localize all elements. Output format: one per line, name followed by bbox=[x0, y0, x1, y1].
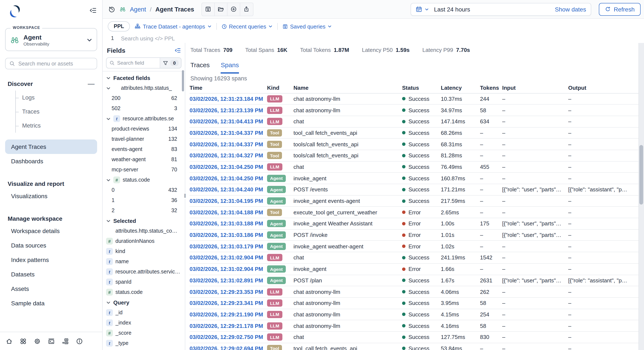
field-facet-value[interactable]: 5023 bbox=[106, 103, 182, 114]
field-filter-button[interactable]: 0 bbox=[160, 58, 181, 68]
span-time-link[interactable]: 03/02/2026, 12:29:21.190 PM bbox=[190, 311, 263, 318]
share-icon[interactable] bbox=[240, 3, 253, 15]
sidebar-item-dashboards[interactable]: Dashboards bbox=[5, 154, 97, 169]
span-time-link[interactable]: 03/02/2026, 12:31:03.186 PM bbox=[190, 232, 263, 238]
recent-queries-button[interactable]: Recent queries bbox=[221, 23, 272, 29]
col-kind[interactable]: Kind bbox=[267, 83, 294, 93]
field-item[interactable]: t_index bbox=[106, 318, 182, 328]
span-time-link[interactable]: 03/02/2026, 12:29:21.178 PM bbox=[190, 323, 263, 329]
span-time-link[interactable]: 03/02/2026, 12:31:04.240 PM bbox=[190, 186, 263, 193]
sidebar-item-index-patterns[interactable]: Index patterns bbox=[5, 253, 97, 267]
info-icon[interactable] bbox=[76, 338, 83, 345]
span-time-link[interactable]: 03/02/2026, 12:31:04.337 PM bbox=[190, 130, 263, 136]
field-item[interactable]: t_id bbox=[106, 308, 182, 318]
tab-traces[interactable]: Traces bbox=[190, 57, 210, 74]
field-facet-value[interactable]: 136 bbox=[106, 195, 182, 205]
field-facet-value[interactable]: travel-planner132 bbox=[106, 134, 182, 144]
span-time-link[interactable]: 03/02/2026, 12:31:04.413 PM bbox=[190, 118, 263, 125]
field-facet-value[interactable]: product-reviews134 bbox=[106, 124, 182, 134]
query-language-button[interactable]: PPL bbox=[108, 21, 130, 31]
field-item[interactable]: tkind bbox=[106, 246, 182, 256]
refresh-button[interactable]: Refresh bbox=[599, 3, 640, 15]
sidebar-item-logs[interactable]: Logs bbox=[16, 91, 97, 105]
workspace-selector[interactable]: WORKSPACE Agent Observability bbox=[5, 28, 97, 51]
apps-icon[interactable] bbox=[20, 338, 27, 345]
field-facet-value[interactable]: weather-agent81 bbox=[106, 154, 182, 165]
fields-collapse-icon[interactable] bbox=[174, 47, 180, 53]
field-item[interactable]: tname bbox=[106, 256, 182, 267]
sidebar-item-data-sources[interactable]: Data sources bbox=[5, 238, 97, 253]
span-time-link[interactable]: 03/02/2026, 12:31:02.904 PM bbox=[190, 266, 263, 272]
field-facet-value[interactable]: mcp-server70 bbox=[106, 165, 182, 175]
field-item[interactable]: attributes.http.status_co… bbox=[106, 226, 182, 236]
span-time-link[interactable]: 03/02/2026, 12:31:03.179 PM bbox=[190, 243, 263, 250]
span-time-link[interactable]: 03/02/2026, 12:31:02.904 PM bbox=[190, 255, 263, 261]
span-time-link[interactable]: 03/02/2026, 12:29:02.694 PM bbox=[190, 345, 263, 350]
field-facet-value[interactable]: 232 bbox=[106, 205, 182, 216]
field-item[interactable]: tresource.attributes.servic… bbox=[106, 267, 182, 277]
span-time-link[interactable]: 03/02/2026, 12:31:23.139 PM bbox=[190, 107, 263, 113]
span-time-link[interactable]: 03/02/2026, 12:31:02.891 PM bbox=[190, 277, 263, 284]
sidebar-item-workspace-details[interactable]: Workspace details bbox=[5, 224, 97, 238]
sidebar-search-input[interactable]: Search menu or assets bbox=[5, 58, 97, 69]
span-time-link[interactable]: 03/02/2026, 12:31:23.184 PM bbox=[190, 96, 263, 102]
field-section-header[interactable]: Faceted fields bbox=[106, 73, 182, 83]
field-section-header[interactable]: Query bbox=[106, 297, 182, 308]
field-group[interactable]: attributes.http.status_ bbox=[106, 83, 182, 93]
gear-icon[interactable] bbox=[34, 338, 41, 345]
dev-tools-icon[interactable] bbox=[48, 338, 55, 345]
date-range-value[interactable]: Last 24 hours bbox=[434, 6, 470, 12]
collapse-minus-icon[interactable]: — bbox=[88, 82, 94, 86]
recent-history-icon[interactable] bbox=[108, 5, 116, 13]
field-group[interactable]: #status.code bbox=[106, 175, 182, 185]
fields-scrollbar-thumb[interactable] bbox=[182, 70, 184, 91]
col-name[interactable]: Name bbox=[294, 83, 402, 93]
add-panel-icon[interactable] bbox=[62, 338, 69, 345]
query-editor[interactable]: 1 Search using </> PPL bbox=[103, 33, 644, 44]
sidebar-item-agent-traces[interactable]: Agent Traces bbox=[5, 140, 97, 154]
saved-queries-button[interactable]: Saved queries bbox=[282, 23, 332, 29]
field-item[interactable]: #status.code bbox=[106, 287, 182, 297]
home-icon[interactable] bbox=[6, 338, 13, 345]
dataset-selector[interactable]: Trace Dataset - agentops bbox=[135, 23, 212, 29]
span-time-link[interactable]: 03/02/2026, 12:31:04.250 PM bbox=[190, 175, 263, 181]
opensearch-logo[interactable] bbox=[8, 4, 22, 19]
col-output[interactable]: Output bbox=[568, 83, 638, 93]
span-time-link[interactable]: 03/02/2026, 12:29:23.341 PM bbox=[190, 300, 263, 306]
show-dates-link[interactable]: Show dates bbox=[555, 6, 586, 12]
tab-spans[interactable]: Spans bbox=[221, 57, 239, 74]
field-facet-value[interactable]: 0432 bbox=[106, 185, 182, 195]
span-time-link[interactable]: 03/02/2026, 12:31:04.327 PM bbox=[190, 153, 263, 159]
sidebar-item-visualizations[interactable]: Visualizations bbox=[5, 189, 97, 203]
field-item[interactable]: tspanId bbox=[106, 277, 182, 287]
span-time-link[interactable]: 03/02/2026, 12:31:04.188 PM bbox=[190, 209, 263, 215]
span-time-link[interactable]: 03/02/2026, 12:29:23.353 PM bbox=[190, 289, 263, 295]
chevron-down-icon[interactable] bbox=[425, 7, 429, 11]
field-item[interactable]: #durationInNanos bbox=[106, 236, 182, 246]
open-folder-icon[interactable] bbox=[215, 3, 228, 15]
col-input[interactable]: Input bbox=[502, 83, 568, 93]
field-search-input[interactable]: Search field bbox=[106, 58, 160, 68]
field-facet-value[interactable]: events-agent83 bbox=[106, 144, 182, 154]
sidebar-item-traces[interactable]: Traces bbox=[16, 105, 97, 119]
nav-group-discover[interactable]: Discover — bbox=[5, 79, 97, 89]
sidebar-item-datasets[interactable]: Datasets bbox=[5, 267, 97, 282]
save-icon[interactable] bbox=[202, 3, 215, 15]
span-time-link[interactable]: 03/02/2026, 12:31:03.188 PM bbox=[190, 220, 263, 227]
col-status[interactable]: Status bbox=[402, 83, 441, 93]
col-time[interactable]: Time bbox=[190, 83, 267, 93]
span-time-link[interactable]: 03/02/2026, 12:31:04.250 PM bbox=[190, 164, 263, 170]
field-group[interactable]: tresource.attributes.se bbox=[106, 114, 182, 124]
field-item[interactable]: #_score bbox=[106, 328, 182, 338]
new-item-icon[interactable] bbox=[228, 3, 240, 15]
field-item[interactable]: t_type bbox=[106, 338, 182, 348]
span-time-link[interactable]: 03/02/2026, 12:31:04.337 PM bbox=[190, 141, 263, 147]
date-range-picker[interactable]: Last 24 hours Show dates bbox=[410, 3, 591, 15]
col-latency[interactable]: Latency bbox=[441, 83, 480, 93]
col-tokens[interactable]: Tokens bbox=[480, 83, 502, 93]
sidebar-collapse-icon[interactable] bbox=[89, 7, 96, 14]
vertical-scrollbar[interactable] bbox=[638, 43, 644, 350]
field-section-header[interactable]: Selected bbox=[106, 216, 182, 226]
vertical-scrollbar-thumb[interactable] bbox=[639, 145, 643, 204]
breadcrumb-workspace-link[interactable]: Agent bbox=[130, 6, 146, 12]
